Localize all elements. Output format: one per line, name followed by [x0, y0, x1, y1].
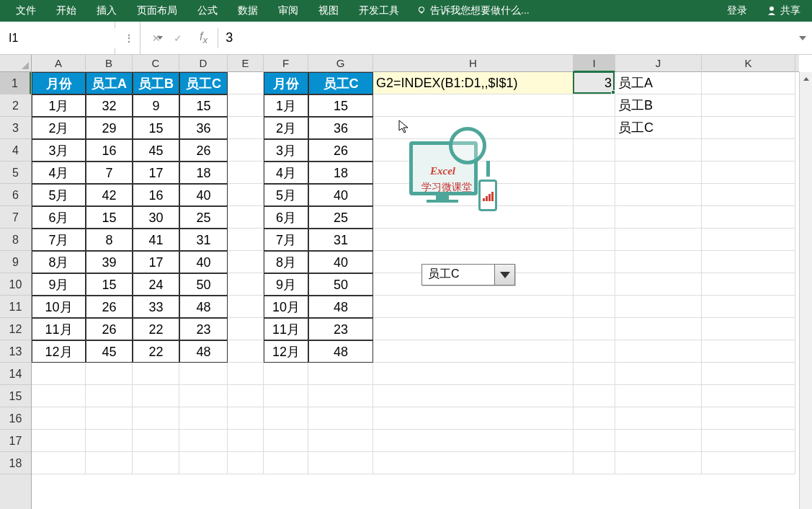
cell-I18[interactable] [574, 452, 615, 474]
tab-layout[interactable]: 页面布局 [127, 0, 187, 22]
cell-B12[interactable]: 26 [86, 318, 133, 340]
row-header-3[interactable]: 3 [0, 117, 31, 139]
col-header-G[interactable]: G [308, 55, 373, 72]
cell-D7[interactable]: 25 [179, 206, 228, 229]
cell-B11[interactable]: 26 [86, 296, 133, 318]
tab-home[interactable]: 开始 [46, 0, 86, 22]
cell-I14[interactable] [574, 363, 615, 385]
cell-B18[interactable] [86, 452, 133, 474]
cell-J5[interactable] [615, 161, 702, 184]
cell-F2[interactable]: 1月 [264, 94, 308, 117]
cell-K5[interactable] [702, 161, 795, 184]
cell-B17[interactable] [86, 430, 133, 452]
cell-D2[interactable]: 15 [179, 94, 228, 117]
row-header-8[interactable]: 8 [0, 229, 31, 251]
cell-G14[interactable] [308, 363, 373, 385]
cell-F10[interactable]: 9月 [264, 273, 308, 296]
cell-I12[interactable] [574, 318, 615, 340]
cell-B2[interactable]: 32 [86, 94, 133, 117]
cell-J18[interactable] [615, 452, 702, 474]
cell-C14[interactable] [133, 363, 179, 385]
cell-D5[interactable]: 18 [179, 161, 228, 184]
cell-G17[interactable] [308, 430, 373, 452]
cell-J16[interactable] [615, 407, 702, 430]
cell-C1[interactable]: 员工B [133, 72, 179, 94]
cell-D1[interactable]: 员工C [179, 72, 228, 94]
tell-me-search[interactable]: 告诉我您想要做什么... [409, 4, 537, 17]
cell-A11[interactable]: 10月 [32, 296, 86, 318]
cell-D14[interactable] [179, 363, 228, 385]
cell-G12[interactable]: 23 [308, 318, 373, 340]
cell-J13[interactable] [615, 340, 702, 363]
cell-C9[interactable]: 17 [133, 251, 179, 273]
cell-I5[interactable] [574, 161, 615, 184]
cell-F8[interactable]: 7月 [264, 229, 308, 251]
cell-I3[interactable] [574, 117, 615, 139]
cell-C16[interactable] [133, 407, 179, 430]
cell-F14[interactable] [264, 363, 308, 385]
cell-A5[interactable]: 4月 [32, 161, 86, 184]
insert-function-dots[interactable]: ⋮ [115, 22, 140, 54]
cell-G11[interactable]: 48 [308, 296, 373, 318]
cell-I6[interactable] [574, 184, 615, 206]
cell-A13[interactable]: 12月 [32, 340, 86, 363]
cell-K18[interactable] [702, 452, 795, 474]
cell-I10[interactable] [574, 273, 615, 296]
cell-J11[interactable] [615, 296, 702, 318]
row-header-1[interactable]: 1 [0, 72, 31, 94]
cell-J12[interactable] [615, 318, 702, 340]
row-header-4[interactable]: 4 [0, 139, 31, 161]
cell-F1[interactable]: 月份 [264, 72, 308, 94]
cell-D16[interactable] [179, 407, 228, 430]
cell-D17[interactable] [179, 430, 228, 452]
cell-E11[interactable] [228, 296, 264, 318]
cell-C10[interactable]: 24 [133, 273, 179, 296]
cell-B14[interactable] [86, 363, 133, 385]
row-header-7[interactable]: 7 [0, 206, 31, 229]
cell-F5[interactable]: 4月 [264, 161, 308, 184]
cell-K8[interactable] [702, 229, 795, 251]
cell-H18[interactable] [373, 452, 574, 474]
row-header-15[interactable]: 15 [0, 385, 31, 407]
tab-file[interactable]: 文件 [6, 0, 46, 22]
row-header-12[interactable]: 12 [0, 318, 31, 340]
cell-H17[interactable] [373, 430, 574, 452]
cell-K16[interactable] [702, 407, 795, 430]
row-header-2[interactable]: 2 [0, 94, 31, 117]
share-button[interactable]: 共享 [760, 1, 806, 20]
select-all-corner[interactable] [0, 55, 32, 72]
cell-E4[interactable] [228, 139, 264, 161]
cell-I17[interactable] [574, 430, 615, 452]
cell-K10[interactable] [702, 273, 795, 296]
cell-G15[interactable] [308, 385, 373, 407]
cell-C8[interactable]: 41 [133, 229, 179, 251]
cell-E12[interactable] [228, 318, 264, 340]
cell-K13[interactable] [702, 340, 795, 363]
cell-C6[interactable]: 16 [133, 184, 179, 206]
row-header-17[interactable]: 17 [0, 430, 31, 452]
cell-I11[interactable] [574, 296, 615, 318]
cell-I15[interactable] [574, 385, 615, 407]
cell-D15[interactable] [179, 385, 228, 407]
cell-K2[interactable] [702, 94, 795, 117]
cell-K15[interactable] [702, 385, 795, 407]
tab-data[interactable]: 数据 [228, 0, 268, 22]
cell-H8[interactable] [373, 229, 574, 251]
cell-K11[interactable] [702, 296, 795, 318]
cell-G10[interactable]: 50 [308, 273, 373, 296]
cell-C11[interactable]: 33 [133, 296, 179, 318]
cell-A6[interactable]: 5月 [32, 184, 86, 206]
login-button[interactable]: 登录 [721, 1, 753, 20]
expand-formula-bar-icon[interactable] [799, 36, 806, 40]
cell-C12[interactable]: 22 [133, 318, 179, 340]
cell-J17[interactable] [615, 430, 702, 452]
enter-icon[interactable]: ✓ [174, 32, 182, 44]
cell-I8[interactable] [574, 229, 615, 251]
dropdown-arrow-icon[interactable] [494, 265, 514, 285]
cell-F6[interactable]: 5月 [264, 184, 308, 206]
cell-I13[interactable] [574, 340, 615, 363]
cell-G16[interactable] [308, 407, 373, 430]
cell-H13[interactable] [373, 340, 574, 363]
tab-devtools[interactable]: 开发工具 [349, 0, 409, 22]
cell-I9[interactable] [574, 251, 615, 273]
